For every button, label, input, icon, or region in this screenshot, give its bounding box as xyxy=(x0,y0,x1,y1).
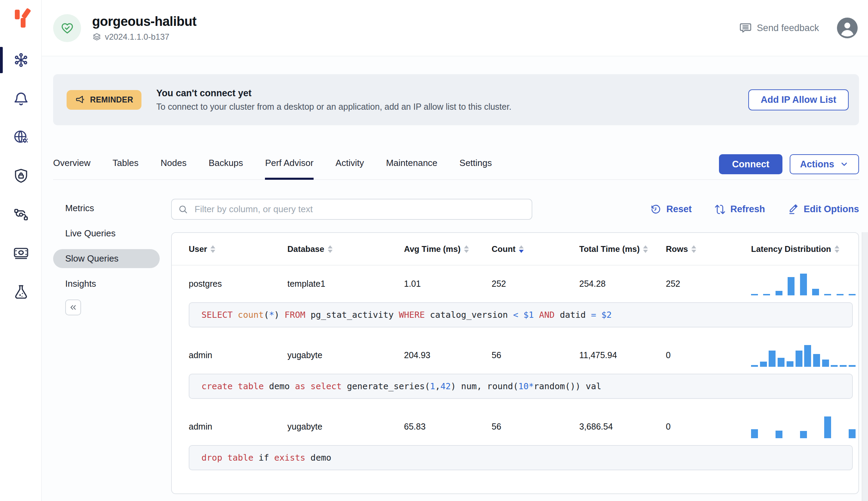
actions-label: Actions xyxy=(800,159,834,170)
bell-icon xyxy=(13,90,29,107)
sort-icon xyxy=(464,245,469,253)
sort-icon xyxy=(835,245,839,253)
cluster-identity: gorgeous-halibut v2024.1.1.0-b137 xyxy=(92,14,196,42)
sidebar-item-network[interactable] xyxy=(0,118,42,157)
reset-history-icon xyxy=(650,204,661,215)
sql-query-box[interactable]: drop table if exists demo xyxy=(189,445,853,470)
tab-nodes[interactable]: Nodes xyxy=(161,158,187,180)
collapse-sidebar-button[interactable] xyxy=(65,299,81,315)
cell-avg-time: 204.93 xyxy=(404,350,492,360)
perf-advisor-subnav: Metrics Live Queries Slow Queries Insigh… xyxy=(53,199,171,315)
column-header-database[interactable]: Database xyxy=(287,244,404,254)
subnav-item-live-queries[interactable]: Live Queries xyxy=(53,224,160,243)
search-icon xyxy=(178,204,188,215)
cell-user: postgres xyxy=(189,279,287,289)
sql-query-box[interactable]: create table demo as select generate_ser… xyxy=(189,374,853,399)
column-header-rows[interactable]: Rows xyxy=(666,244,751,254)
banner-title: You can't connect yet xyxy=(156,88,511,99)
sort-icon xyxy=(691,245,696,253)
toolbar-actions: Reset Refresh Edit Options xyxy=(650,204,859,215)
cell-database: yugabyte xyxy=(287,422,404,432)
sidebar-item-alerts[interactable] xyxy=(0,79,42,118)
cluster-action-buttons: Connect Actions xyxy=(719,154,859,174)
cell-user: admin xyxy=(189,422,287,432)
cell-database: yugabyte xyxy=(287,350,404,360)
cell-latency-distribution xyxy=(751,273,858,295)
cell-count: 56 xyxy=(492,350,579,360)
workflow-icon xyxy=(13,206,29,223)
column-header-avg-time[interactable]: Avg Time (ms) xyxy=(404,244,492,254)
cluster-version-text: v2024.1.1.0-b137 xyxy=(105,32,169,42)
slow-queries-panel: Reset Refresh Edit Options xyxy=(171,199,859,494)
sort-icon xyxy=(210,245,215,253)
scrollbar-track[interactable] xyxy=(862,232,868,501)
tab-perf-advisor[interactable]: Perf Advisor xyxy=(265,158,313,180)
app-window: gorgeous-halibut v2024.1.1.0-b137 Send f… xyxy=(0,0,868,501)
column-header-total-time[interactable]: Total Time (ms) xyxy=(579,244,666,254)
add-ip-allow-list-button[interactable]: Add IP Allow List xyxy=(748,89,849,110)
globe-gear-icon xyxy=(13,129,29,146)
edit-options-label: Edit Options xyxy=(804,204,859,215)
sidebar-item-security[interactable] xyxy=(0,157,42,195)
actions-dropdown-button[interactable]: Actions xyxy=(790,154,859,174)
cell-rows: 252 xyxy=(666,279,751,289)
column-header-user[interactable]: User xyxy=(189,244,287,254)
sql-query-text: create table demo as select generate_ser… xyxy=(201,381,601,391)
connect-button[interactable]: Connect xyxy=(719,154,782,174)
latency-histogram xyxy=(751,415,856,438)
cluster-health-badge xyxy=(53,14,81,42)
column-header-count[interactable]: Count xyxy=(492,244,579,254)
cell-count: 56 xyxy=(492,422,579,432)
send-feedback-button[interactable]: Send feedback xyxy=(739,21,819,35)
banknote-icon xyxy=(13,245,29,262)
refresh-button[interactable]: Refresh xyxy=(714,204,765,215)
banner-message: To connect to your cluster from a deskto… xyxy=(156,102,511,112)
tab-overview[interactable]: Overview xyxy=(53,158,90,180)
sql-query-text: SELECT count(*) FROM pg_stat_activity WH… xyxy=(201,310,612,320)
tab-activity[interactable]: Activity xyxy=(336,158,364,180)
tab-maintenance[interactable]: Maintenance xyxy=(386,158,437,180)
table-row[interactable]: postgres template1 1.01 252 254.28 252 xyxy=(172,265,858,302)
subnav-item-metrics[interactable]: Metrics xyxy=(53,199,160,218)
main-content: REMINDER You can't connect yet To connec… xyxy=(42,56,868,501)
sort-icon xyxy=(519,245,524,253)
table-row[interactable]: admin yugabyte 204.93 56 11,475.94 0 xyxy=(172,337,858,374)
sql-query-text: drop table if exists demo xyxy=(201,453,331,463)
flask-icon xyxy=(13,284,29,300)
edit-options-button[interactable]: Edit Options xyxy=(788,204,859,215)
sidebar-item-clusters[interactable] xyxy=(0,41,42,79)
sidebar-item-integrations[interactable] xyxy=(0,195,42,234)
sql-query-box[interactable]: SELECT count(*) FROM pg_stat_activity WH… xyxy=(189,302,853,327)
yugabyte-logo[interactable] xyxy=(0,0,42,30)
slow-queries-table: User Database Avg Time (ms) Count Total … xyxy=(171,232,859,494)
subnav-item-slow-queries[interactable]: Slow Queries xyxy=(53,249,160,268)
active-indicator xyxy=(0,47,3,73)
cell-total-time: 11,475.94 xyxy=(579,350,666,360)
table-row[interactable]: admin yugabyte 65.83 56 3,686.54 0 xyxy=(172,408,858,445)
reset-label: Reset xyxy=(666,204,692,215)
filter-input[interactable] xyxy=(171,199,532,220)
cluster-network-icon xyxy=(13,52,29,68)
tab-settings[interactable]: Settings xyxy=(460,158,492,180)
chevrons-left-icon xyxy=(69,303,78,312)
cell-rows: 0 xyxy=(666,422,751,432)
header-right: Send feedback xyxy=(739,18,858,38)
reminder-badge-label: REMINDER xyxy=(90,95,133,105)
feedback-chat-icon xyxy=(739,21,752,35)
reminder-banner: REMINDER You can't connect yet To connec… xyxy=(53,74,859,125)
tab-tables[interactable]: Tables xyxy=(112,158,138,180)
cluster-tabs-row: Overview Tables Nodes Backups Perf Advis… xyxy=(53,141,859,180)
column-header-latency-distribution[interactable]: Latency Distribution xyxy=(751,244,858,254)
sidebar-item-billing[interactable] xyxy=(0,234,42,273)
send-feedback-label: Send feedback xyxy=(757,23,819,33)
user-avatar[interactable] xyxy=(837,18,858,38)
sort-icon xyxy=(328,245,333,253)
sidebar-item-labs[interactable] xyxy=(0,273,42,311)
refresh-label: Refresh xyxy=(730,204,765,215)
subnav-item-insights[interactable]: Insights xyxy=(53,274,160,293)
reset-button[interactable]: Reset xyxy=(650,204,692,215)
tab-backups[interactable]: Backups xyxy=(209,158,243,180)
cell-total-time: 254.28 xyxy=(579,279,666,289)
slow-queries-toolbar: Reset Refresh Edit Options xyxy=(171,199,859,220)
cell-user: admin xyxy=(189,350,287,360)
